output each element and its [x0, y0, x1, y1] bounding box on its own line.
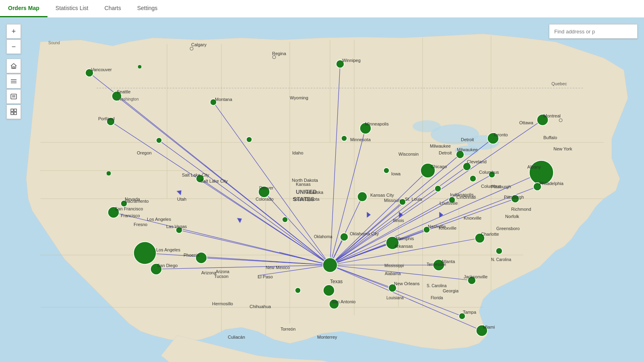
city-label-ep: El Paso — [258, 274, 273, 279]
city-label-ta: Tampa — [463, 310, 477, 315]
city-label-na: Nashville — [428, 224, 446, 229]
tab-settings[interactable]: Settings — [129, 0, 166, 17]
city-label-cinn: Cincinnati — [456, 195, 476, 200]
city-label-mil: Milwaukee — [457, 147, 478, 152]
city-label-sd2: San Diego — [157, 263, 178, 268]
map-search — [549, 24, 638, 39]
zoom-in-button[interactable]: + — [6, 24, 21, 39]
city-label-ch2: Charlotte — [481, 232, 499, 237]
city-label-winnipeg: Winnipeg — [342, 58, 361, 63]
city-label-lv: Las Vegas — [166, 224, 187, 229]
city-label-ot: Ottawa — [519, 120, 534, 125]
tab-orders-map[interactable]: Orders Map — [0, 0, 47, 17]
map-container[interactable]: Calgary Regina Winnipeg Vancouver Seattl… — [0, 18, 644, 362]
city-label-bu: Buffalo — [543, 135, 557, 140]
city-label-tx: Texas — [330, 279, 343, 284]
city-label-my: Monterrey — [317, 335, 337, 339]
svg-rect-125 — [14, 112, 17, 115]
city-label-az2: Arizona — [216, 269, 229, 274]
svg-point-105 — [384, 168, 389, 173]
city-label-nola: New Orleans — [394, 281, 420, 286]
svg-point-106 — [106, 171, 111, 176]
svg-point-100 — [156, 138, 162, 143]
city-label-mn: Minnesota — [350, 137, 371, 142]
svg-point-63 — [323, 258, 337, 272]
svg-point-111 — [295, 288, 301, 293]
city-label-kn: Knoxville — [464, 216, 481, 220]
svg-point-104 — [138, 65, 142, 69]
grid-button[interactable] — [6, 105, 21, 119]
svg-point-109 — [341, 136, 347, 141]
city-label-ms: Mississippi — [384, 263, 404, 268]
svg-rect-123 — [14, 109, 17, 111]
city-label-co2: Columbus — [481, 184, 501, 189]
city-label-mp: Minneapolis — [365, 121, 389, 126]
map-controls: + − — [6, 24, 21, 119]
city-label-lo: Louisville — [440, 201, 458, 206]
layers-button[interactable] — [6, 74, 21, 88]
city-label-cu: Culiacán — [228, 335, 245, 339]
city-label-te: Tennessee — [427, 262, 446, 267]
city-label-wi: Wisconsin — [398, 152, 419, 156]
city-label-sf2: Francisco — [121, 213, 140, 218]
city-label-nc: N. Carolina — [491, 257, 511, 262]
svg-point-64 — [134, 242, 156, 264]
city-label-to2: Torreón — [281, 327, 295, 331]
search-input[interactable] — [549, 24, 638, 39]
city-label-iowa: Iowa — [391, 171, 401, 176]
city-label-seattle: Seattle — [117, 89, 130, 94]
city-label-mil2: Milwaukee — [430, 144, 451, 148]
city-label-montana: Montana — [215, 97, 233, 102]
svg-point-83 — [470, 175, 476, 182]
city-label-ch: Chicago — [431, 164, 447, 169]
city-label-mo2: Montreal — [543, 113, 561, 118]
city-label-to: Toronto — [493, 132, 508, 137]
tab-bar: Orders Map Statistics List Charts Settin… — [0, 0, 644, 18]
city-label-gr: Greensboro — [496, 226, 520, 231]
svg-point-4 — [413, 120, 441, 132]
city-label-wyoming: Wyoming — [290, 95, 308, 100]
city-label-co: Columbus — [479, 170, 499, 175]
city-label-portland: Portland — [98, 116, 115, 121]
tab-statistics-list[interactable]: Statistics List — [47, 0, 97, 17]
city-label-calgary: Calgary — [191, 42, 206, 47]
city-label-ny: New York — [553, 146, 572, 151]
city-label-de: Detroit — [439, 150, 452, 155]
city-label-oregon: Oregon — [137, 150, 152, 155]
city-label-no: Norfolk — [505, 214, 519, 219]
city-label-seattle2: Washington — [118, 97, 138, 101]
city-label-sc: S. Carolina — [427, 284, 447, 288]
tab-charts[interactable]: Charts — [97, 0, 129, 17]
legend-button[interactable] — [6, 89, 21, 104]
city-label-us: UNITED — [296, 189, 317, 195]
map-svg: Calgary Regina Winnipeg Vancouver Seattl… — [0, 18, 644, 362]
city-label-sa: San Antonio — [332, 299, 355, 304]
city-label-la3: Los Angeles — [156, 247, 180, 252]
city-label-nm: New Mexico — [266, 265, 290, 270]
city-label-ks: Kansas — [296, 182, 311, 187]
city-label-kc: Kansas City — [370, 193, 394, 197]
city-label-jax: Jacksonville — [464, 274, 487, 279]
city-label-fr: Fresno — [134, 222, 147, 227]
city-label-dv: Denver — [259, 185, 274, 190]
quebec-label: Quebec — [551, 81, 567, 86]
svg-point-84 — [435, 185, 441, 192]
svg-rect-119 — [11, 94, 17, 99]
city-label-regina: Regina — [272, 51, 287, 56]
city-label-il: Illinois — [393, 218, 404, 223]
svg-rect-115 — [13, 67, 14, 68]
city-label-mo: Missouri — [384, 198, 400, 203]
city-label-mi: Miami — [483, 325, 495, 329]
city-label-ri: Richmond — [511, 207, 531, 212]
city-label-sf: San Francisco — [115, 206, 143, 211]
city-label-al: Albany — [527, 165, 541, 169]
city-label-ph2: Phoenix — [184, 253, 200, 257]
sound-label: Sound — [48, 41, 60, 45]
city-label-la2: Los Angeles — [147, 217, 171, 222]
city-label-oc: Oklahoma City — [350, 231, 379, 236]
svg-point-110 — [496, 248, 502, 254]
city-label-cl: Cleveland — [467, 159, 487, 164]
zoom-out-button[interactable]: − — [6, 39, 21, 54]
home-button[interactable] — [6, 59, 21, 73]
city-label-slc: Salt Lake City — [182, 173, 209, 177]
